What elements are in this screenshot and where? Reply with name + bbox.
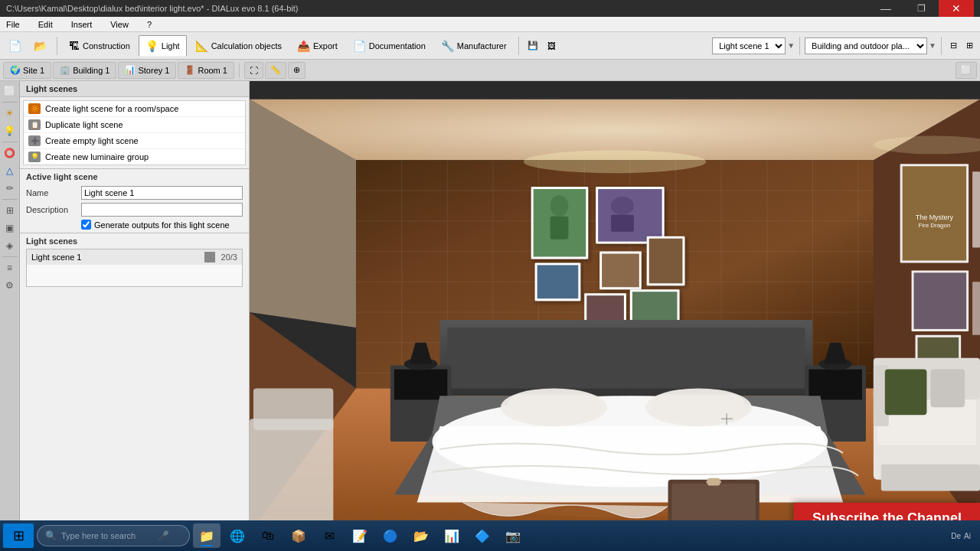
svg-rect-50 (914, 272, 967, 329)
name-input[interactable] (81, 186, 243, 200)
nav-storey[interactable]: 📊 Storey 1 (118, 62, 176, 79)
svg-rect-37 (649, 239, 683, 284)
generate-outputs-checkbox[interactable] (81, 220, 91, 230)
tool-grid[interactable]: ⊞ (2, 202, 18, 219)
svg-rect-43 (632, 292, 678, 324)
content-area: ⬜ ☀ 💡 ⭕ △ ✏ ⊞ ▣ ◈ ≡ ⚙ Light scenes (0, 81, 980, 551)
mic-icon[interactable]: 🎤 (158, 530, 169, 541)
windows-icon: ⊞ (13, 527, 24, 544)
nav-fullscreen[interactable]: ⛶ (244, 62, 263, 79)
toolbar-view-3d[interactable]: ⊞ (962, 35, 977, 57)
svg-rect-80 (885, 370, 927, 416)
toolbar-sep-3 (799, 37, 800, 55)
action-duplicate-light-scene[interactable]: 📋 Duplicate light scene (24, 117, 245, 133)
svg-rect-57 (394, 370, 448, 400)
tool-sun[interactable]: ☀ (2, 105, 18, 122)
left-side-icons: ⬜ ☀ 💡 ⭕ △ ✏ ⊞ ▣ ◈ ≡ ⚙ (0, 81, 20, 551)
close-button[interactable]: ✕ (939, 0, 974, 17)
light-scene-dropdown[interactable]: Light scene 1 (712, 37, 786, 54)
toolbar-view-2d[interactable]: ⊟ (946, 35, 961, 57)
menu-help[interactable]: ? (144, 20, 155, 29)
tab-manufacturer[interactable]: 🔧 Manufacturer (434, 35, 514, 57)
taskbar-app-files[interactable]: 📁 (193, 523, 220, 548)
start-button[interactable]: ⊞ (3, 523, 34, 548)
tab-calculation[interactable]: 📐 Calculation objects (188, 35, 289, 57)
search-input[interactable] (61, 531, 153, 540)
taskbar-app-camera[interactable]: 📷 (499, 523, 527, 548)
manufacturer-icon: 🔧 (441, 40, 454, 52)
svg-rect-61 (808, 370, 862, 400)
building-dropdown[interactable]: Building and outdoor pla... (805, 37, 927, 54)
toolbar-new[interactable]: 📄 (3, 35, 27, 57)
toolbar-render[interactable]: 🖼 (544, 35, 560, 57)
svg-rect-69 (507, 394, 601, 422)
taskbar-app-diamond[interactable]: 🔷 (469, 523, 496, 548)
viewport[interactable]: The Mystery Fire Dragon (250, 81, 980, 551)
action-create-empty-light-scene[interactable]: ➕ Create empty light scene (24, 133, 245, 149)
tab-construction[interactable]: 🏗 Construction (62, 35, 137, 57)
icon-sep-4 (2, 256, 18, 257)
tool-pointer[interactable]: ⬜ (2, 83, 18, 99)
maximize-button[interactable]: ❐ (903, 0, 939, 17)
documentation-icon: 📄 (353, 40, 366, 52)
taskbar: ⊞ 🔍 🎤 📁 🌐 🛍 📦 ✉ 📝 (0, 520, 980, 551)
nav-room[interactable]: 🚪 Room 1 (178, 62, 234, 79)
taskbar-app-edge[interactable]: 🌐 (224, 523, 251, 548)
taskbar-app-dropbox[interactable]: 📦 (285, 523, 312, 548)
svg-rect-73 (672, 484, 756, 526)
nav-site[interactable]: 🌍 Site 1 (3, 62, 51, 79)
name-label: Name (26, 188, 81, 197)
tab-documentation[interactable]: 📄 Documentation (346, 35, 433, 57)
menu-file[interactable]: File (3, 20, 23, 29)
svg-rect-48 (972, 171, 980, 247)
nav-measure[interactable]: 📏 (265, 62, 286, 79)
nav-snap[interactable]: ⊕ (288, 62, 305, 79)
active-light-scene-section: Active light scene Name Description Gene… (20, 168, 249, 233)
menu-edit[interactable]: Edit (35, 20, 56, 29)
tool-circle[interactable]: ⭕ (2, 145, 18, 161)
svg-rect-29 (550, 217, 569, 240)
tab-light[interactable]: 💡 Light (139, 35, 187, 57)
taskbar-app-excel[interactable]: 📊 (438, 523, 466, 548)
tool-layers[interactable]: ≡ (2, 259, 18, 276)
toolbar-open[interactable]: 📂 (28, 35, 52, 57)
duplicate-label: Duplicate light scene (45, 120, 123, 129)
action-create-luminaire-group[interactable]: 💡 Create new luminaire group (24, 149, 245, 165)
scene-count-1: 20/3 (221, 253, 237, 262)
tool-triangle[interactable]: △ (2, 162, 18, 179)
diamond-icon: 🔷 (475, 529, 490, 543)
menu-insert[interactable]: Insert (68, 20, 96, 29)
taskbar-search[interactable]: 🔍 🎤 (37, 525, 190, 546)
action-create-light-scene[interactable]: 🔆 Create light scene for a room/space (24, 101, 245, 117)
export-icon: 📤 (297, 40, 310, 52)
main-toolbar: 📄 📂 🏗 Construction 💡 Light 📐 Calculation… (0, 32, 980, 60)
mail-icon: ✉ (325, 529, 335, 543)
svg-text:Fire Dragon: Fire Dragon (918, 222, 950, 229)
create-luminaire-label: Create new luminaire group (45, 152, 149, 161)
room-icon: 🚪 (185, 65, 195, 75)
taskbar-app-store[interactable]: 🛍 (254, 523, 282, 548)
tool-box[interactable]: ▣ (2, 220, 18, 236)
toolbar-save[interactable]: 💾 (524, 35, 542, 57)
tab-export[interactable]: 📤 Export (290, 35, 345, 57)
tool-light-fixture[interactable]: 💡 (2, 122, 18, 139)
nav-building[interactable]: 🏢 Building 1 (53, 62, 116, 79)
taskbar-app-chrome[interactable]: 🔵 (377, 523, 404, 548)
tool-settings[interactable]: ⚙ (2, 277, 18, 294)
excel-icon: 📊 (444, 529, 459, 543)
light-scenes-header-text: Light scenes (26, 84, 77, 93)
description-input[interactable] (81, 203, 243, 217)
taskbar-app-mail[interactable]: ✉ (315, 523, 343, 548)
tool-diamond[interactable]: ◈ (2, 237, 18, 254)
taskbar-app-sublime[interactable]: 📝 (346, 523, 374, 548)
scene-color-1 (204, 252, 215, 262)
menu-view[interactable]: View (107, 20, 132, 29)
room-label: Room 1 (198, 66, 227, 75)
minimize-button[interactable]: — (868, 0, 903, 17)
nav-2d-view[interactable]: ⬜ (956, 62, 977, 79)
scene-row-1[interactable]: Light scene 1 20/3 (27, 249, 242, 265)
construction-label: Construction (83, 41, 130, 51)
taskbar-app-explorer[interactable]: 📂 (407, 523, 435, 548)
sublime-icon: 📝 (352, 529, 368, 543)
tool-pencil[interactable]: ✏ (2, 180, 18, 197)
